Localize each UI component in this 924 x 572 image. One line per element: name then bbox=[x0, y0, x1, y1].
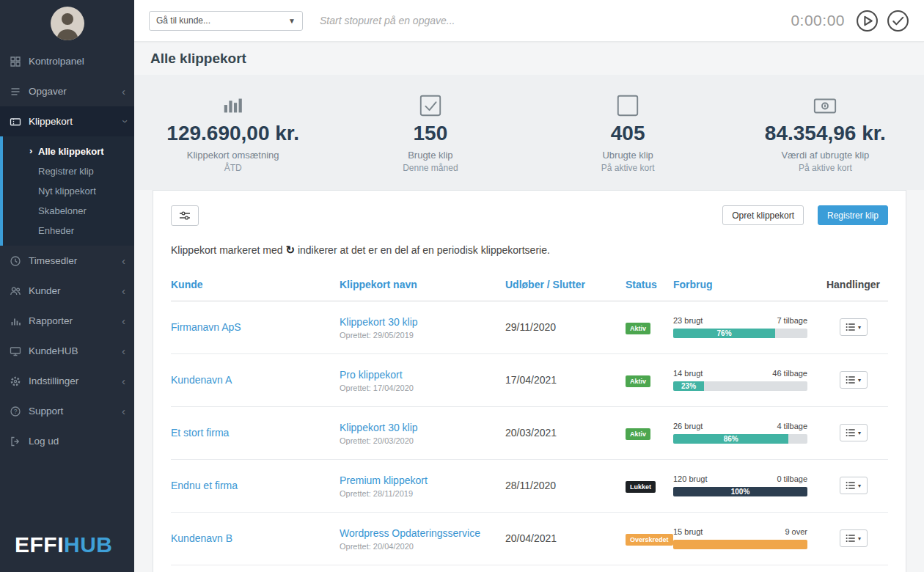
sidebar-item-indstillinger[interactable]: Indstillinger ‹ bbox=[0, 366, 134, 396]
sidebar-item-opgaver[interactable]: Opgaver ‹ bbox=[0, 76, 134, 106]
submenu-label: Nyt klippekort bbox=[38, 186, 96, 197]
customer-select[interactable]: Gå til kunde... ▼ bbox=[149, 11, 303, 31]
sidebar-item-log-ud[interactable]: Log ud bbox=[0, 426, 134, 456]
sidebar-item-klippekort[interactable]: Klippekort ‹ bbox=[0, 106, 134, 136]
stat-used-klip: 150 Brugte klip Denne måned bbox=[331, 93, 529, 173]
sidebar-item-label: Kontrolpanel bbox=[29, 56, 84, 67]
usage-progress-label: 76% bbox=[717, 329, 732, 337]
customer-link[interactable]: Kundenavn A bbox=[171, 374, 232, 386]
used-count: 120 brugt bbox=[673, 474, 707, 483]
create-klippekort-button[interactable]: Opret klippekort bbox=[722, 205, 804, 225]
customer-link[interactable]: Kundenavn B bbox=[171, 532, 232, 544]
tasks-icon bbox=[9, 85, 21, 98]
avatar[interactable] bbox=[51, 7, 84, 40]
row-actions-button[interactable]: ▾ bbox=[840, 529, 868, 547]
submenu-label: Enheder bbox=[38, 225, 74, 236]
submenu-item-enheder[interactable]: Enheder bbox=[3, 221, 134, 241]
complete-timer-button[interactable] bbox=[887, 10, 909, 32]
topbar: Gå til kunde... ▼ 0:00:00 bbox=[134, 0, 924, 42]
klippekort-link[interactable]: Klippekort 30 klip bbox=[340, 316, 418, 328]
created-date: Oprettet: 17/04/2020 bbox=[340, 384, 505, 392]
chevron-left-icon: ‹ bbox=[122, 375, 125, 386]
submenu-item-nyt-klippekort[interactable]: Nyt klippekort bbox=[3, 181, 134, 201]
stat-value: 129.690,00 kr. bbox=[134, 121, 331, 146]
sidebar-item-label: Log ud bbox=[29, 436, 59, 447]
klippekort-link[interactable]: Klippekort 30 klip bbox=[340, 422, 418, 433]
klippekort-link[interactable]: Pro klippekort bbox=[340, 369, 403, 381]
stat-label: Klippekort omsætning bbox=[134, 150, 331, 161]
status-badge: Aktiv bbox=[626, 375, 650, 387]
usage-cell: 26 brugt 4 tilbage 86% bbox=[673, 422, 807, 444]
sidebar-item-kontrolpanel[interactable]: Kontrolpanel bbox=[0, 46, 134, 76]
caret-down-icon: ▾ bbox=[858, 377, 861, 384]
sidebar-item-support[interactable]: ? Support ‹ bbox=[0, 396, 134, 426]
usage-progress-fill bbox=[673, 540, 807, 549]
submenu-item-skabeloner[interactable]: Skabeloner bbox=[3, 201, 134, 221]
stat-sublabel: På aktive kort bbox=[727, 163, 924, 173]
sidebar-item-label: Support bbox=[29, 406, 63, 417]
usage-progress-fill: 86% bbox=[673, 434, 788, 444]
register-klip-button[interactable]: Registrer klip bbox=[818, 205, 888, 225]
row-actions-button[interactable]: ▾ bbox=[840, 318, 868, 336]
header-status[interactable]: Status bbox=[626, 279, 673, 290]
stat-unused-value: 84.354,96 kr. Værdi af ubrugte klip På a… bbox=[727, 93, 924, 173]
stat-unused-klip: 405 Ubrugte klip På aktive kort bbox=[529, 93, 727, 173]
remaining-count: 46 tilbage bbox=[772, 369, 807, 378]
header-kunde[interactable]: Kunde bbox=[171, 279, 340, 290]
chevron-left-icon: ‹ bbox=[122, 285, 125, 296]
sidebar-item-timesedler[interactable]: Timesedler ‹ bbox=[0, 246, 134, 276]
menu-list-icon bbox=[846, 323, 856, 331]
toolbar-right: Opret klippekort Registrer klip bbox=[722, 205, 888, 225]
sidebar-item-label: KundeHUB bbox=[29, 345, 78, 356]
expiry-date: 17/04/2021 bbox=[505, 374, 626, 386]
header-forbrug[interactable]: Forbrug bbox=[673, 279, 818, 290]
sidebar-item-kunder[interactable]: Kunder ‹ bbox=[0, 276, 134, 306]
submenu-item-registrer-klip[interactable]: Registrer klip bbox=[3, 161, 134, 181]
menu-list-icon bbox=[846, 481, 856, 490]
row-actions-button[interactable]: ▾ bbox=[840, 371, 868, 389]
filter-button[interactable] bbox=[171, 205, 199, 226]
expiry-date: 20/03/2021 bbox=[505, 427, 626, 439]
remaining-count: 9 over bbox=[785, 527, 807, 536]
menu-list-icon bbox=[846, 534, 856, 543]
expiry-date: 20/04/2021 bbox=[505, 532, 626, 544]
chevron-left-icon: ‹ bbox=[122, 255, 125, 266]
sidebar-item-label: Rapporter bbox=[29, 315, 73, 326]
check-icon bbox=[887, 10, 909, 32]
page-content: Alle klippekort 129.690,00 kr. Klippekor… bbox=[134, 42, 924, 572]
klippekort-link[interactable]: Premium klippekort bbox=[340, 474, 428, 486]
caret-down-icon: ▾ bbox=[858, 324, 861, 331]
row-actions-button[interactable]: ▾ bbox=[840, 477, 868, 494]
customer-link[interactable]: Endnu et firma bbox=[171, 480, 238, 491]
repeat-icon: ↻ bbox=[285, 243, 295, 256]
customer-link[interactable]: Et stort firma bbox=[171, 427, 229, 439]
sidebar-item-label: Timesedler bbox=[29, 255, 77, 266]
submenu-item-alle-klippekort[interactable]: Alle klippekort bbox=[3, 142, 134, 161]
klippekort-table: Kunde Klippekort navn Udløber / Slutter … bbox=[171, 279, 888, 572]
created-date: Oprettet: 20/03/2020 bbox=[340, 436, 505, 445]
remaining-count: 7 tilbage bbox=[777, 316, 807, 325]
status-badge: Overskredet bbox=[626, 534, 673, 546]
customer-link[interactable]: Firmanavn ApS bbox=[171, 321, 241, 333]
sidebar-item-rapporter[interactable]: Rapporter ‹ bbox=[0, 306, 134, 336]
header-udlober-slutter[interactable]: Udløber / Slutter bbox=[505, 279, 626, 290]
sidebar: Kontrolpanel Opgaver ‹ Klippekort ‹ Alle… bbox=[0, 0, 134, 572]
remaining-count: 0 tilbage bbox=[777, 474, 807, 483]
header-klippekort-navn[interactable]: Klippekort navn bbox=[340, 279, 505, 290]
bar-chart-icon bbox=[134, 93, 331, 118]
start-timer-button[interactable] bbox=[856, 10, 879, 32]
sidebar-item-kundehub[interactable]: KundeHUB ‹ bbox=[0, 336, 134, 366]
reports-icon bbox=[9, 315, 21, 327]
sidebar-item-label: Kunder bbox=[29, 285, 61, 296]
note-text-after: indikerer at det er en del af en periodi… bbox=[298, 244, 550, 256]
support-icon: ? bbox=[9, 405, 21, 417]
row-actions-button[interactable]: ▾ bbox=[840, 424, 868, 441]
square-icon bbox=[529, 93, 727, 118]
klippekort-link[interactable]: Wordpress Opdateringsservice bbox=[340, 527, 480, 539]
stopwatch-task-input[interactable] bbox=[320, 15, 540, 26]
svg-text:?: ? bbox=[13, 408, 17, 415]
caret-down-icon: ▾ bbox=[858, 535, 861, 542]
table-header-row: Kunde Klippekort navn Udløber / Slutter … bbox=[171, 279, 888, 301]
usage-progress-label: 100% bbox=[731, 488, 750, 496]
usage-progress: 76% bbox=[673, 329, 807, 338]
